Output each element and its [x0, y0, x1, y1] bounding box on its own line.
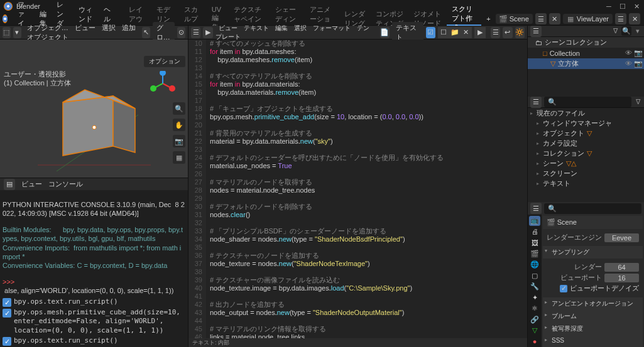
vp-options[interactable]: オプション	[144, 56, 185, 67]
props-panel[interactable]: SSS	[543, 335, 643, 346]
text-datablock-icon[interactable]: 📄	[380, 27, 390, 38]
viewlayer-new-button[interactable]: ☰	[615, 13, 626, 24]
nav-gizmo[interactable]	[150, 71, 175, 96]
outliner-scene-collection[interactable]: 🗀 シーンコレクション	[528, 37, 644, 48]
3d-viewport[interactable]: オプション ユーザー・透視投影 (1) Collection | 立方体 🔍	[0, 40, 188, 178]
blender-icon	[4, 2, 13, 11]
vp-menu-item[interactable]: オブジェク…	[24, 24, 72, 31]
props-type[interactable]: ☰	[530, 203, 542, 214]
code-footer: テキスト: 内部	[188, 338, 527, 347]
datablock-item[interactable]: シーン ▽△	[528, 158, 644, 168]
editor-menu-item[interactable]: ビュー	[216, 24, 241, 31]
history-item[interactable]: ✓bpy.ops.text.run_script()	[1, 297, 187, 307]
editor-menu-item[interactable]: 編集	[272, 24, 291, 31]
data-api-type[interactable]: ☰	[530, 97, 542, 108]
editor-menu-item[interactable]: フォーマット	[310, 24, 354, 31]
vp-menu-item[interactable]: 追加	[119, 24, 139, 31]
text-editor[interactable]: 10# すべてのメッシュを削除する11for item in bpy.data.…	[188, 40, 527, 338]
snap-icon[interactable]: ⊙	[177, 27, 185, 38]
data-search[interactable]: 🔍	[544, 97, 631, 107]
props-panel[interactable]: ブルーム	[543, 310, 643, 323]
props-panel[interactable]: 被写界深度	[543, 323, 643, 335]
console-type-icon[interactable]: ▤	[4, 179, 15, 190]
datablock-item[interactable]: スクリーン	[528, 168, 644, 178]
close-button[interactable]: ✕	[633, 3, 640, 10]
shield-icon[interactable]: ☑	[426, 27, 435, 38]
cube-mesh[interactable]	[38, 77, 151, 171]
syntax-icon[interactable]: 🔆	[515, 27, 525, 38]
output-tab[interactable]: 🖨	[529, 227, 540, 237]
scene-delete-button[interactable]: ✕	[549, 13, 560, 24]
vp-menu-item[interactable]: 選択	[99, 24, 119, 31]
scene-icon: 🎬	[499, 15, 507, 23]
workspace-tab[interactable]: スクリプト作成	[447, 13, 481, 26]
constraint-tab[interactable]: 🔗	[529, 315, 540, 325]
render-tab[interactable]: 📺	[529, 216, 540, 226]
unlink-text[interactable]: ✕	[461, 27, 472, 38]
minimize-button[interactable]: ─	[605, 3, 613, 10]
play-script[interactable]: ▶	[474, 27, 486, 38]
editor-type-3d[interactable]: ⬚	[3, 27, 11, 38]
filter-icon[interactable]: ∇	[634, 99, 641, 106]
zoom-icon[interactable]: 🔍	[173, 102, 185, 115]
datablock-item[interactable]: コレクション ▽	[528, 148, 644, 158]
outliner-search[interactable]: 🔍	[621, 26, 631, 36]
open-text[interactable]: 📁	[449, 27, 461, 38]
outliner-item[interactable]: □Collection👁📷	[528, 48, 644, 58]
material-tab[interactable]: ●	[529, 337, 540, 347]
layer-icon: ▦	[567, 15, 574, 23]
scene-selector[interactable]: 🎬 Scene	[496, 14, 533, 24]
scene-breadcrumb[interactable]: Scene	[557, 218, 577, 226]
text-editor-type[interactable]: ☰	[191, 27, 200, 38]
vp-footer-console[interactable]: コンソール	[48, 179, 83, 189]
new-text[interactable]: ☐	[438, 27, 449, 38]
new-collection-icon[interactable]: ▾	[634, 28, 641, 35]
pan-icon[interactable]: ✋	[173, 119, 185, 131]
scene-browse-button[interactable]: ☰	[535, 13, 547, 24]
line-numbers-icon[interactable]: ☰	[491, 27, 500, 38]
datablock-item[interactable]: オブジェクト ▽	[528, 128, 644, 138]
datablock-item[interactable]: ウィンドウマネージャ	[528, 118, 644, 128]
viewlayer-tab[interactable]: 🖼	[529, 238, 540, 248]
mode-select[interactable]: ▾	[13, 27, 21, 38]
props-search[interactable]: 🔍	[544, 203, 641, 214]
maximize-button[interactable]: ☐	[619, 3, 626, 10]
vp-menu-item[interactable]: ビュー	[72, 24, 99, 31]
render-engine[interactable]: Eevee	[604, 233, 639, 242]
workspace-tab[interactable]: スカルプト	[179, 13, 207, 26]
word-wrap-icon[interactable]: ↩	[503, 27, 512, 38]
viewport-samples[interactable]: 16	[604, 274, 639, 282]
viewlayer-delete-button[interactable]: ✕	[629, 13, 640, 24]
editor-menu-item[interactable]: 選択	[291, 24, 310, 31]
physics-tab[interactable]: ⚛	[529, 304, 540, 314]
sampling-panel[interactable]: サンプリング	[543, 246, 643, 259]
cursor-icon[interactable]: ↖	[142, 27, 150, 38]
python-console[interactable]: PYTHON INTERACTIVE CONSOLE 3.10.9 (main,…	[0, 190, 188, 296]
datablock-item[interactable]: カメラ設定	[528, 138, 644, 148]
world-tab[interactable]: 🌐	[529, 260, 540, 270]
outliner-item[interactable]: ▽立方体👁📷	[528, 58, 644, 69]
viewport-denoise-check[interactable]: ✓	[560, 285, 567, 292]
particle-tab[interactable]: ✦	[529, 293, 540, 303]
modifier-tab[interactable]: 🔧	[529, 282, 540, 292]
editor-menu-item[interactable]: テキスト	[241, 24, 272, 31]
datablock-item[interactable]: テキスト	[528, 178, 644, 188]
filter-icon[interactable]: ∇	[611, 28, 619, 35]
run-icon[interactable]: ▶	[203, 27, 212, 38]
props-panel[interactable]: アンビエントオクルージョン	[543, 297, 643, 310]
history-item[interactable]: ✓bpy.ops.text.run_script()	[1, 336, 187, 346]
outliner-type[interactable]: ☰	[530, 26, 542, 37]
svg-point-9	[150, 85, 156, 92]
viewlayer-selector[interactable]: ▦ ViewLayer	[563, 14, 613, 24]
history-item[interactable]: ✓bpy.ops.mesh.primitive_cube_add(size=10…	[1, 307, 187, 336]
blender-icon[interactable]	[3, 14, 8, 23]
camera-icon[interactable]: 📷	[173, 135, 185, 147]
scene-tab[interactable]: 🎬	[529, 249, 540, 259]
add-workspace[interactable]: +	[481, 13, 495, 26]
vp-footer-view[interactable]: ビュー	[21, 179, 42, 189]
object-tab[interactable]: ▢	[529, 271, 540, 281]
data-tab[interactable]: ▽	[529, 326, 540, 336]
render-samples[interactable]: 64	[604, 263, 639, 272]
current-file[interactable]: 現在のファイル	[528, 108, 644, 118]
persp-icon[interactable]: ▦	[173, 151, 185, 164]
